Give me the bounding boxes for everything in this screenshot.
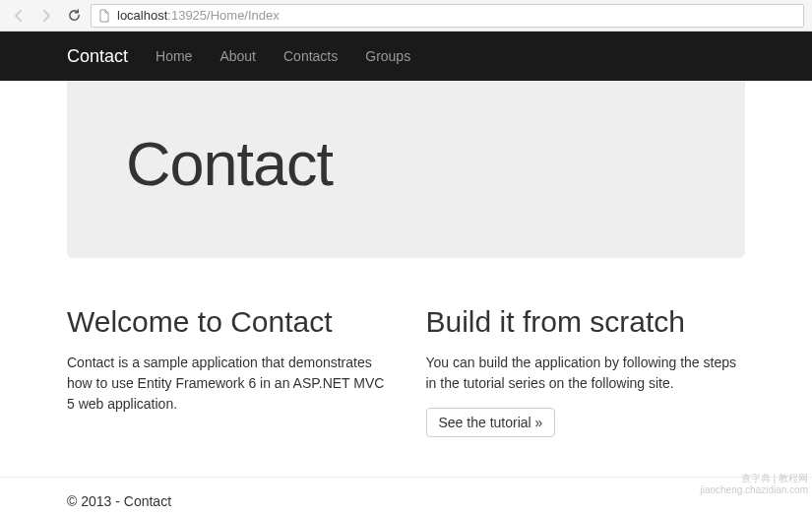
build-heading: Build it from scratch <box>426 305 746 339</box>
url-host: localhost <box>117 8 167 23</box>
watermark-line2: jiaocheng.chazidian.com <box>700 484 808 496</box>
navbar: Contact Home About Contacts Groups <box>0 32 812 81</box>
url-path: :13925/Home/Index <box>167 8 279 23</box>
see-tutorial-button[interactable]: See the tutorial » <box>426 408 556 437</box>
watermark-line1: 查字典 | 教程网 <box>700 473 808 484</box>
column-left: Welcome to Contact Contact is a sample a… <box>67 305 387 437</box>
build-body: You can build the application by followi… <box>426 353 746 394</box>
welcome-body: Contact is a sample application that dem… <box>67 353 387 415</box>
column-right: Build it from scratch You can build the … <box>426 305 746 437</box>
footer-text: © 2013 - Contact <box>67 493 171 509</box>
back-button[interactable] <box>8 5 30 27</box>
nav-link-home[interactable]: Home <box>156 48 192 64</box>
footer: © 2013 - Contact <box>0 478 812 516</box>
content-row: Welcome to Contact Contact is a sample a… <box>67 305 745 437</box>
nav-link-about[interactable]: About <box>219 48 256 64</box>
page-icon <box>97 9 111 23</box>
navbar-brand[interactable]: Contact <box>67 46 128 67</box>
nav-link-groups[interactable]: Groups <box>365 48 410 64</box>
nav-link-contacts[interactable]: Contacts <box>283 48 338 64</box>
jumbotron-title: Contact <box>126 128 686 199</box>
watermark: 查字典 | 教程网 jiaocheng.chazidian.com <box>700 473 808 496</box>
url-text: localhost:13925/Home/Index <box>117 8 280 23</box>
browser-toolbar: localhost:13925/Home/Index <box>0 0 812 32</box>
jumbotron: Contact <box>67 81 745 258</box>
welcome-heading: Welcome to Contact <box>67 305 387 339</box>
forward-button[interactable] <box>35 5 57 27</box>
main-container: Contact Welcome to Contact Contact is a … <box>0 81 812 437</box>
address-bar[interactable]: localhost:13925/Home/Index <box>91 4 804 28</box>
reload-button[interactable] <box>63 5 85 27</box>
